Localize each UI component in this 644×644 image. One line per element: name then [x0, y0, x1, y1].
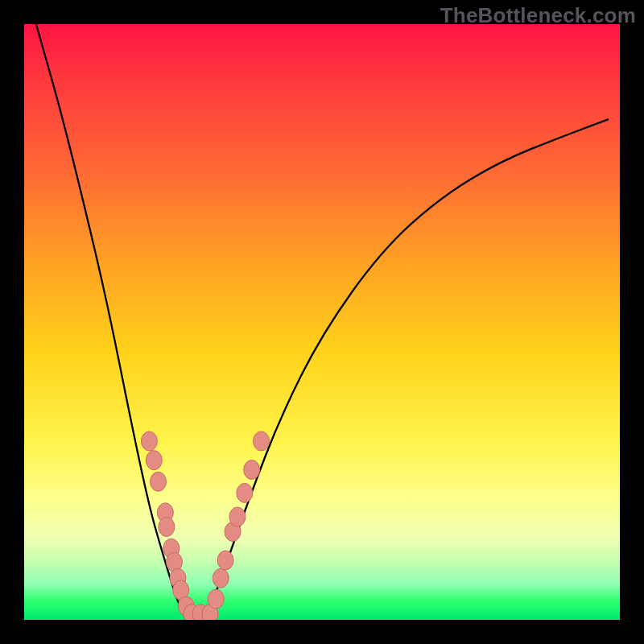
marker-group	[141, 431, 269, 620]
data-marker	[159, 518, 175, 537]
data-marker	[217, 551, 233, 570]
data-marker	[229, 507, 246, 526]
data-marker	[208, 589, 224, 609]
plot-area	[24, 24, 620, 620]
data-marker	[146, 451, 162, 470]
data-marker	[254, 431, 270, 451]
data-marker	[151, 472, 167, 491]
curve-left-branch	[36, 24, 203, 620]
data-marker	[237, 483, 253, 502]
curve-right-branch	[203, 119, 608, 620]
data-marker	[244, 460, 260, 480]
curves-svg	[24, 24, 620, 620]
data-marker	[213, 568, 229, 588]
data-marker	[141, 431, 157, 451]
curve-group	[36, 24, 608, 620]
chart-canvas: TheBottleneck.com	[0, 0, 644, 644]
